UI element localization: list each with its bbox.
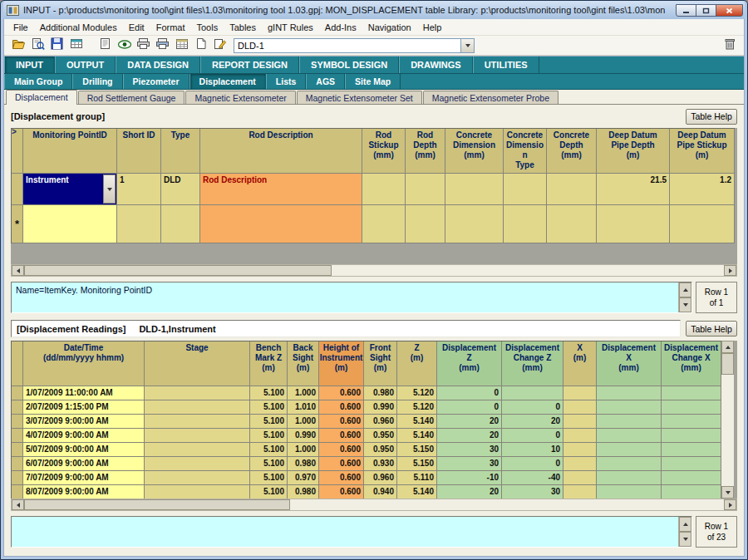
column-header-rod-description[interactable]: Rod Description [200,129,362,174]
cell-z-m[interactable]: 5.140 [397,429,437,443]
cell-concrete-depth-mm[interactable] [547,174,597,205]
cell-stage[interactable] [145,400,250,415]
group-horizontal-scrollbar[interactable] [11,264,737,277]
cell-height-of-instrument-m[interactable]: 0.600 [319,471,364,485]
column-header-type[interactable]: Type [161,129,200,174]
cell-rod-description[interactable]: Rod Description [200,174,362,205]
column-header-stage[interactable]: Stage [145,341,250,386]
subtab-rod-settlement-gauge[interactable]: Rod Settlement Gauge [78,91,185,104]
record-selector-combobox[interactable]: DLD-1 [234,38,475,53]
menu-additional-modules[interactable]: Additional Modules [34,21,123,34]
row-marker[interactable] [12,485,23,499]
cell-front-sight-m[interactable]: 0.960 [364,415,397,429]
cell-front-sight-m[interactable]: 0.950 [364,443,397,457]
readings-vertical-scrollbar[interactable] [721,341,734,499]
cell-rod-description[interactable] [200,205,362,243]
cell-displacement-z-mm[interactable]: 30 [437,457,502,471]
scroll-up-button[interactable] [721,341,734,353]
group-expander[interactable]: > [12,127,17,136]
row-marker[interactable] [12,471,23,485]
cell-z-m[interactable]: 5.120 [397,386,437,400]
subtab-magnetic-extensometer-probe[interactable]: Magnetic Extensometer Probe [423,91,559,104]
column-header-bench-mark-z-m[interactable]: Bench Mark Z (m) [250,341,288,386]
scroll-track[interactable] [24,499,724,510]
cell-monitoring-pointid[interactable]: Instrument [23,174,117,205]
cell-height-of-instrument-m[interactable]: 0.600 [319,485,364,499]
cell-bench-mark-z-m[interactable]: 5.100 [250,386,288,400]
menu-add-ins[interactable]: Add-Ins [319,21,362,34]
column-header-displacement-change-z-mm[interactable]: Displacement Change Z (mm) [502,341,563,386]
cell-displacement-change-z-mm[interactable]: -40 [502,471,563,485]
cell-displacement-z-mm[interactable]: -10 [437,471,502,485]
cell-bench-mark-z-m[interactable]: 5.100 [250,485,288,499]
tab-output[interactable]: OUTPUT [55,56,116,73]
column-header-displacement-change-x-mm[interactable]: Displacement Change X (mm) [662,341,721,386]
scroll-left-button[interactable] [12,499,24,510]
data-design-button[interactable] [66,37,86,54]
preview-eye-button[interactable] [115,37,134,54]
column-header-monitoring-pointid[interactable]: Monitoring PointID [23,129,117,174]
cell-concrete-depth-mm[interactable] [547,205,597,243]
cell-displacement-change-x-mm[interactable] [662,471,721,485]
maximize-button[interactable] [696,4,716,17]
cell-x-m[interactable] [563,457,597,471]
edit-notes-button[interactable] [210,37,229,54]
cell-z-m[interactable]: 5.150 [397,443,437,457]
close-button[interactable] [716,4,743,17]
cell-date-time-dd-mm-yyyy-hhmm[interactable]: 6/07/2009 9:00:00 AM [23,457,145,471]
cell-x-m[interactable] [563,485,597,499]
column-header-displacement-z-mm[interactable]: Displacement Z (mm) [437,341,502,386]
tab-report-design[interactable]: REPORT DESIGN [200,56,299,73]
readings-horizontal-scrollbar[interactable] [11,499,737,511]
cell-displacement-x-mm[interactable] [597,457,662,471]
cell-back-sight-m[interactable]: 0.970 [288,471,319,485]
cell-date-time-dd-mm-yyyy-hhmm[interactable]: 8/07/2009 9:00:00 AM [23,485,145,499]
row-marker[interactable] [12,457,23,471]
cell-stage[interactable] [145,443,250,457]
document-properties-button[interactable] [96,37,115,54]
tab-drilling[interactable]: Drilling [72,74,122,89]
cell-z-m[interactable]: 5.120 [397,400,437,415]
cell-z-m[interactable]: 5.140 [397,415,437,429]
cell-displacement-x-mm[interactable] [597,485,662,499]
tab-input[interactable]: INPUT [4,56,55,73]
scroll-right-button[interactable] [724,499,736,510]
cell-rod-depth-mm[interactable] [406,174,445,205]
row-marker[interactable] [12,415,23,429]
tab-utilities[interactable]: UTILITIES [473,56,539,73]
cell-front-sight-m[interactable]: 0.930 [364,457,397,471]
menu-tables[interactable]: Tables [224,21,262,34]
cell-displacement-change-z-mm[interactable]: 10 [502,443,563,457]
scroll-down-button[interactable] [721,486,734,499]
cell-short-id[interactable] [117,205,161,243]
cell-displacement-change-x-mm[interactable] [662,457,721,471]
print-setup-button[interactable] [153,37,172,54]
cell-back-sight-m[interactable]: 0.980 [288,485,319,499]
column-header-short-id[interactable]: Short ID [117,129,161,174]
tab-piezometer[interactable]: Piezometer [123,74,189,89]
cell-displacement-z-mm[interactable]: 20 [437,415,502,429]
cell-height-of-instrument-m[interactable]: 0.600 [319,400,364,415]
cell-back-sight-m[interactable]: 0.990 [288,429,319,443]
cell-bench-mark-z-m[interactable]: 5.100 [250,443,288,457]
scroll-track[interactable] [721,353,734,486]
cell-displacement-change-x-mm[interactable] [662,429,721,443]
cell-displacement-z-mm[interactable]: 0 [437,400,502,415]
cell-deep-datum-pipe-depth-m[interactable]: 21.5 [597,174,670,205]
cell-rod-depth-mm[interactable] [406,205,445,243]
report-preview-button[interactable] [28,37,47,54]
cell-displacement-change-z-mm[interactable] [502,386,563,400]
cell-stage[interactable] [145,457,250,471]
row-marker[interactable] [12,429,23,443]
subtab-magnetic-extensometer[interactable]: Magnetic Extensometer [185,91,295,104]
table-corner-cell[interactable] [12,341,23,386]
cell-deep-datum-pipe-stickup-m[interactable] [670,205,735,243]
cell-back-sight-m[interactable]: 1.000 [288,386,319,400]
cell-front-sight-m[interactable]: 0.940 [364,485,397,499]
column-header-concrete-dimension-type[interactable]: Concrete Dimension Type [504,129,547,174]
cell-date-time-dd-mm-yyyy-hhmm[interactable]: 4/07/2009 9:00:00 AM [23,429,145,443]
cell-bench-mark-z-m[interactable]: 5.100 [250,457,288,471]
scroll-thumb[interactable] [721,353,734,375]
tab-drawings[interactable]: DRAWINGS [399,56,473,73]
cell-date-time-dd-mm-yyyy-hhmm[interactable]: 2/07/2009 1:15:00 PM [23,400,145,415]
